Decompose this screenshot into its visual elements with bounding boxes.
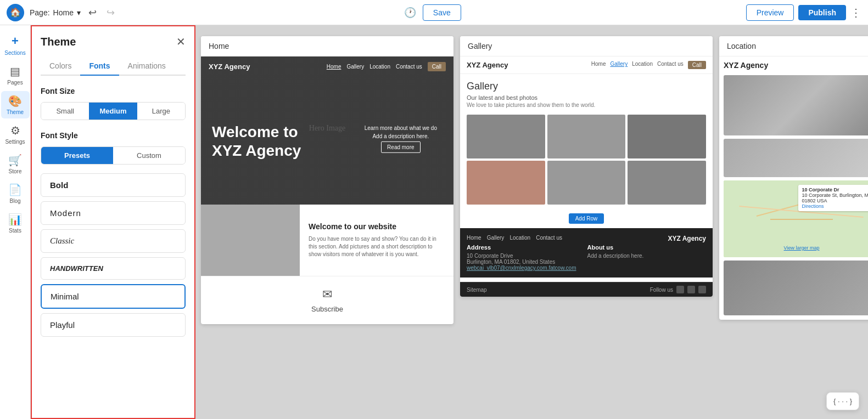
home-section2-desc: Do you have more to say and show? You ca…: [309, 235, 445, 258]
gallery-nav-home[interactable]: Home: [591, 61, 606, 69]
home-page-preview[interactable]: Home XYZ Agency Home Gallery Location Co…: [201, 36, 453, 324]
gallery-add-row-button[interactable]: Add Row: [569, 213, 604, 224]
footer-address-title: Address: [467, 244, 576, 251]
gallery-add-row: Add Row: [460, 209, 713, 228]
size-large-button[interactable]: Large: [137, 103, 185, 120]
location-image-1: [724, 75, 868, 135]
gallery-img-6: [628, 161, 706, 205]
sidebar-item-store[interactable]: 🛒 Store: [1, 150, 30, 178]
gallery-footer-about: About us Add a description here.: [587, 244, 644, 271]
font-size-label: Font Size: [41, 87, 186, 95]
footer-sitemap: Sitemap: [467, 287, 487, 293]
footer-nav-location[interactable]: Location: [509, 235, 530, 241]
gallery-footer-left: Home Gallery Location Contact us Address…: [467, 235, 643, 271]
more-options-button[interactable]: ⋮: [850, 6, 861, 19]
history-button[interactable]: 🕐: [402, 4, 418, 21]
instagram-icon[interactable]: [698, 286, 706, 293]
save-button[interactable]: Save: [423, 4, 461, 21]
widget-button[interactable]: { · · · }: [826, 392, 859, 410]
gallery-nav-bar: XYZ Agency Home Gallery Location Contact…: [460, 56, 713, 74]
map-address2: 10 Corporate St, Burlington, MA: [802, 192, 868, 198]
map-directions-link[interactable]: Directions: [802, 203, 824, 209]
font-preset-bold[interactable]: Bold: [41, 173, 186, 197]
sidebar-label-stats: Stats: [9, 228, 21, 234]
theme-icon: 🎨: [8, 94, 22, 107]
custom-toggle-button[interactable]: Custom: [113, 147, 185, 164]
hero-nav-contact[interactable]: Contact us: [396, 64, 422, 70]
gallery-img-1: [467, 115, 545, 158]
gallery-nav-gallery[interactable]: Gallery: [610, 61, 628, 69]
location-image-3: [724, 261, 868, 315]
location-page-title: Location: [719, 36, 868, 56]
panel-title: Theme: [41, 36, 76, 48]
location-page-preview[interactable]: Location XYZ Agency 10 Corporate Dr 10 C…: [719, 36, 868, 320]
gallery-nav-location[interactable]: Location: [632, 61, 653, 69]
font-preset-playful[interactable]: Playful: [41, 313, 186, 337]
redo-button[interactable]: ↪: [104, 4, 117, 21]
gallery-footer: Home Gallery Location Contact us Address…: [460, 228, 713, 278]
font-preset-minimal[interactable]: Minimal: [41, 284, 186, 309]
footer-nav-home[interactable]: Home: [467, 235, 481, 241]
size-medium-button[interactable]: Medium: [89, 103, 137, 120]
add-icon: +: [12, 34, 19, 48]
sidebar-item-theme[interactable]: 🎨 Theme: [1, 91, 30, 118]
hero-nav-home[interactable]: Home: [327, 64, 341, 70]
sidebar-item-pages[interactable]: ▤ Pages: [1, 61, 30, 89]
gallery-grid: [460, 115, 713, 209]
hero-nav-links: Home Gallery Location Contact us Call: [327, 62, 446, 71]
gallery-footer-nav: Home Gallery Location Contact us: [467, 235, 643, 241]
hero-nav-location[interactable]: Location: [369, 64, 390, 70]
gallery-nav-contact[interactable]: Contact us: [657, 61, 684, 69]
gallery-footer-bottom: Sitemap Follow us: [460, 282, 713, 297]
gallery-page-preview[interactable]: Gallery XYZ Agency Home Gallery Location…: [460, 36, 713, 297]
hero-read-more-button[interactable]: Read more: [381, 141, 420, 153]
topbar: 🏠 Page: Home ▾ ↩ ↪ 🕐 Save Preview Publis…: [0, 0, 868, 25]
close-panel-button[interactable]: ✕: [176, 35, 186, 48]
gallery-img-2: [547, 115, 626, 158]
hero-cta-button[interactable]: Call: [428, 62, 446, 71]
home-icon[interactable]: 🏠: [7, 4, 24, 21]
location-content: XYZ Agency 10 Corporate Dr 10 Corporate …: [719, 56, 868, 320]
publish-button[interactable]: Publish: [798, 5, 846, 20]
page-selector[interactable]: Page: Home ▾: [30, 8, 81, 17]
twitter-icon[interactable]: [687, 286, 695, 293]
tab-animations[interactable]: Animations: [119, 57, 175, 76]
topbar-right: Preview Publish ⋮: [746, 4, 861, 21]
stats-icon: 📊: [8, 213, 22, 226]
preview-button[interactable]: Preview: [746, 4, 794, 21]
home-section2-text: Welcome to our website Do you have more …: [300, 213, 453, 267]
sidebar-item-blog[interactable]: 📄 Blog: [1, 180, 30, 207]
sidebar-item-settings[interactable]: ⚙ Settings: [1, 121, 30, 148]
footer-about-title: About us: [587, 244, 644, 251]
tab-colors[interactable]: Colors: [41, 57, 80, 76]
map-view-larger[interactable]: View larger map: [784, 245, 820, 251]
font-preset-modern[interactable]: Modern: [41, 201, 186, 225]
map-address3: 01802 USA: [802, 198, 868, 203]
presets-toggle-button[interactable]: Presets: [41, 147, 113, 164]
font-size-section: Font Size Small Medium Large: [41, 87, 186, 120]
hero-nav-gallery[interactable]: Gallery: [346, 64, 364, 70]
map-address: 10 Corporate Dr: [802, 187, 868, 192]
undo-button[interactable]: ↩: [86, 4, 99, 21]
hero-description: Add a description here.: [365, 133, 437, 139]
hero-right: Learn more about what we do Add a descri…: [365, 125, 437, 153]
facebook-icon[interactable]: [676, 286, 684, 293]
chevron-down-icon: ▾: [77, 8, 81, 17]
font-style-section: Font Style Presets Custom Bold Modern Cl…: [41, 131, 186, 337]
font-preset-handwritten[interactable]: Handwritten: [41, 257, 186, 280]
gallery-cta-button[interactable]: Call: [688, 61, 706, 69]
sidebar-item-stats[interactable]: 📊 Stats: [1, 210, 30, 237]
font-preset-classic[interactable]: Classic: [41, 229, 186, 253]
icon-sidebar: + Sections ▤ Pages 🎨 Theme ⚙ Settings 🛒 …: [0, 25, 31, 419]
tab-fonts[interactable]: Fonts: [80, 57, 119, 76]
sidebar-label-blog: Blog: [9, 198, 20, 204]
footer-address-email[interactable]: webcai_vlb07@cnxlmlegacy.com.fatcow.com: [467, 265, 576, 271]
gallery-brand: XYZ Agency: [467, 61, 508, 69]
map-overlay: 10 Corporate Dr 10 Corporate St, Burling…: [798, 185, 868, 211]
footer-nav-contact[interactable]: Contact us: [536, 235, 562, 241]
gallery-page-title: Gallery: [460, 36, 713, 56]
sidebar-item-sections[interactable]: + Sections: [1, 31, 30, 59]
store-icon: 🛒: [8, 154, 22, 167]
footer-nav-gallery[interactable]: Gallery: [487, 235, 505, 241]
size-small-button[interactable]: Small: [41, 103, 89, 120]
